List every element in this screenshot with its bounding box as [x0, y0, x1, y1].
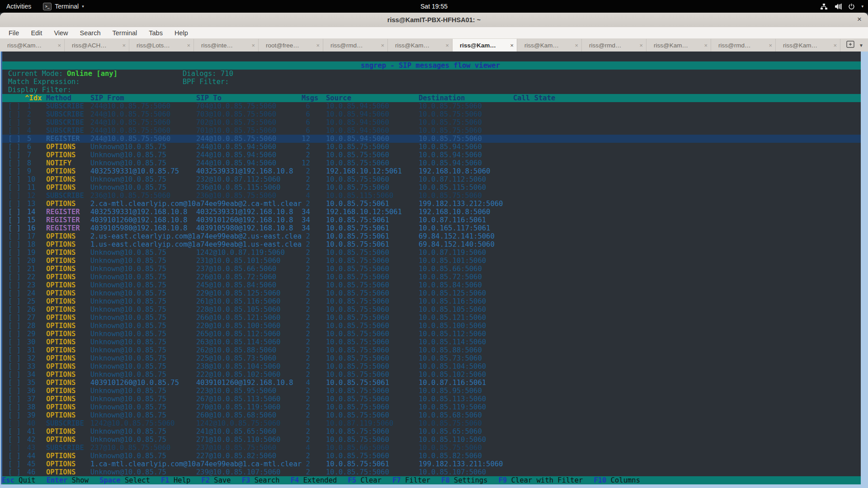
tab-4[interactable]: riss@inte…×: [194, 39, 259, 52]
menu-view[interactable]: View: [48, 29, 74, 37]
call-row[interactable]: [ ]8NOTIFYUnknown@10.0.85.75244@10.0.85.…: [0, 159, 861, 167]
terminal-scrollbar[interactable]: [861, 52, 868, 484]
tab-close-button[interactable]: ×: [445, 42, 449, 49]
call-row[interactable]: [ ]13OPTIONS2.ca-mtl.clearlyip.com@10a74…: [0, 200, 861, 208]
tab-close-button[interactable]: ×: [187, 42, 190, 49]
menu-tabs[interactable]: Tabs: [143, 29, 169, 37]
call-row[interactable]: [ ]37OPTIONSUnknown@10.0.85.75267@10.0.8…: [0, 395, 861, 403]
call-row[interactable]: [ ]28OPTIONSUnknown@10.0.85.75220@10.0.8…: [0, 322, 861, 330]
tab-list-dropdown[interactable]: ▼: [859, 43, 863, 48]
call-row[interactable]: [ ]16REGISTER4039105980@192.168.10.84039…: [0, 224, 861, 232]
call-row[interactable]: [ ]14REGISTER4032539331@192.168.10.84032…: [0, 208, 861, 216]
tab-close-button[interactable]: ×: [704, 42, 708, 49]
clock[interactable]: Sat 19:55: [420, 3, 448, 10]
menu-edit[interactable]: Edit: [25, 29, 48, 37]
menu-help[interactable]: Help: [169, 29, 194, 37]
call-row[interactable]: [ ]12SUBSCRIBE236@10.0.85.75:5060236@10.…: [0, 192, 861, 200]
call-row[interactable]: [ ]24OPTIONSUnknown@10.0.85.75229@10.0.8…: [0, 289, 861, 297]
call-row[interactable]: [ ]30OPTIONSUnknown@10.0.85.75263@10.0.8…: [0, 338, 861, 346]
call-row[interactable]: [ ]18OPTIONS1.us-east.clearlyip.com@1a74…: [0, 240, 861, 249]
call-row[interactable]: [ ]5REGISTER244@10.0.85.75:5060244@10.0.…: [0, 135, 861, 143]
tab-3[interactable]: riss@Lots…×: [129, 39, 194, 52]
call-row[interactable]: [ ]1SUBSCRIBE244@10.0.85.75:5060704@10.0…: [0, 102, 861, 110]
cell-msgs: 2: [293, 322, 310, 330]
call-row[interactable]: [ ]15REGISTER4039101260@192.168.10.84039…: [0, 216, 861, 224]
call-row[interactable]: [ ]20OPTIONSUnknown@10.0.85.75231@10.0.8…: [0, 257, 861, 265]
tab-7[interactable]: riss@Kam…×: [388, 39, 453, 52]
cell-msgs: 6: [293, 102, 310, 110]
tab-13[interactable]: riss@Kam…×: [776, 39, 840, 52]
call-row[interactable]: [ ]41OPTIONSUnknown@10.0.85.75241@10.0.8…: [0, 427, 861, 436]
system-status-area[interactable]: ▾: [820, 3, 863, 10]
keyhint-f8: F8 Settings: [441, 476, 488, 484]
tab-close-button[interactable]: ×: [510, 42, 514, 49]
terminal-viewport[interactable]: sngrep - SIP messages flow viewer Curren…: [0, 52, 868, 484]
call-row[interactable]: [ ]11OPTIONSUnknown@10.0.85.75236@10.0.8…: [0, 183, 861, 192]
tab-5[interactable]: root@free…×: [259, 39, 323, 52]
call-row[interactable]: [ ]3SUBSCRIBE244@10.0.85.75:5060702@10.0…: [0, 118, 861, 127]
call-list-header: ^IdxMethodSIP FromSIP ToMsgsSourceDestin…: [0, 94, 861, 102]
tab-9[interactable]: riss@Kam…×: [517, 39, 582, 52]
call-row[interactable]: [ ]45OPTIONS1.ca-mtl.clearlyip.com@10a74…: [0, 460, 861, 468]
window-title: riss@KamIT-PBX-HFHSA01: ~: [387, 16, 481, 23]
window-titlebar[interactable]: riss@KamIT-PBX-HFHSA01: ~ ×: [0, 13, 868, 28]
cell-destination: 10.0.85.73:5060: [419, 354, 482, 362]
tab-close-button[interactable]: ×: [575, 42, 578, 49]
call-row[interactable]: [ ]36OPTIONSUnknown@10.0.85.75223@10.0.8…: [0, 387, 861, 395]
call-row[interactable]: [ ]22OPTIONSUnknown@10.0.85.75226@10.0.8…: [0, 273, 861, 281]
menu-search[interactable]: Search: [74, 29, 107, 37]
app-menu-button[interactable]: >_ Terminal ▾: [43, 3, 84, 10]
call-row[interactable]: [ ]32OPTIONSUnknown@10.0.85.75225@10.0.8…: [0, 354, 861, 362]
tab-close-button[interactable]: ×: [316, 42, 320, 49]
call-row[interactable]: [ ]6OPTIONSUnknown@10.0.85.75244@10.0.85…: [0, 143, 861, 151]
call-row[interactable]: [ ]7OPTIONSUnknown@10.0.85.75244@10.0.85…: [0, 151, 861, 159]
row-checkbox: [ ]: [8, 330, 21, 338]
call-row[interactable]: [ ]23OPTIONSUnknown@10.0.85.75245@10.0.8…: [0, 281, 861, 289]
tab-close-button[interactable]: ×: [769, 42, 772, 49]
tab-12[interactable]: riss@rmd…×: [711, 39, 776, 52]
call-row[interactable]: [ ]4SUBSCRIBE244@10.0.85.75:5060701@10.0…: [0, 127, 861, 135]
tab-11[interactable]: riss@Kam…×: [646, 39, 711, 52]
call-row[interactable]: [ ]40SUBSCRIBE1242@10.0.85.75:50601242@1…: [0, 419, 861, 427]
call-row[interactable]: [ ]42OPTIONSUnknown@10.0.85.75271@10.0.8…: [0, 436, 861, 444]
cell-sip-from: 244@10.0.85.75:5060: [90, 102, 170, 110]
call-row[interactable]: [ ]44OPTIONSUnknown@10.0.85.75227@10.0.8…: [0, 452, 861, 460]
call-row[interactable]: [ ]2SUBSCRIBE244@10.0.85.75:5060703@10.0…: [0, 110, 861, 118]
tab-close-button[interactable]: ×: [57, 42, 61, 49]
call-row[interactable]: [ ]35OPTIONS4039101260@10.0.85.754039101…: [0, 379, 861, 387]
cell-idx: 20: [27, 257, 36, 265]
tab-2[interactable]: riss@ACH…×: [65, 39, 129, 52]
tab-close-button[interactable]: ×: [122, 42, 126, 49]
call-row[interactable]: [ ]27OPTIONSUnknown@10.0.85.75266@10.0.8…: [0, 314, 861, 322]
tab-10[interactable]: riss@rmd…×: [582, 39, 646, 52]
menu-terminal[interactable]: Terminal: [107, 29, 143, 37]
activities-button[interactable]: Activities: [5, 2, 33, 11]
tab-close-button[interactable]: ×: [381, 42, 384, 49]
call-row[interactable]: [ ]21OPTIONSUnknown@10.0.85.75237@10.0.8…: [0, 265, 861, 273]
call-row[interactable]: [ ]25OPTIONSUnknown@10.0.85.75261@10.0.8…: [0, 297, 861, 305]
tab-6[interactable]: riss@rmd…×: [323, 39, 388, 52]
new-tab-button[interactable]: [846, 41, 854, 50]
call-row[interactable]: [ ]26OPTIONSUnknown@10.0.85.75228@10.0.8…: [0, 305, 861, 314]
call-row[interactable]: [ ]29OPTIONSUnknown@10.0.85.75265@10.0.8…: [0, 330, 861, 338]
call-row[interactable]: [ ]34OPTIONSUnknown@10.0.85.75222@10.0.8…: [0, 371, 861, 379]
call-row[interactable]: [ ]31OPTIONSUnknown@10.0.85.75262@10.0.8…: [0, 346, 861, 354]
tab-1[interactable]: riss@Kam…×: [0, 39, 65, 52]
menu-file[interactable]: File: [3, 29, 25, 37]
call-row[interactable]: [ ]19OPTIONSUnknown@10.0.85.751242@10.0.…: [0, 249, 861, 257]
tab-8[interactable]: riss@Kam…×: [453, 39, 517, 52]
call-row[interactable]: [ ]43SUBSCRIBE237@10.0.85.75:5060237@10.…: [0, 444, 861, 452]
call-row[interactable]: [ ]38OPTIONSUnknown@10.0.85.75270@10.0.8…: [0, 403, 861, 411]
tab-label: riss@inte…: [201, 42, 233, 49]
window-close-button[interactable]: ×: [857, 15, 862, 24]
call-row[interactable]: [ ]46OPTIONSUnknown@10.0.85.75239@10.0.8…: [0, 468, 861, 476]
call-row[interactable]: [ ]39OPTIONSUnknown@10.0.85.75260@10.0.8…: [0, 411, 861, 419]
cell-sip-to: 244@10.0.85.94:5060: [196, 143, 276, 151]
call-row[interactable]: [ ]33OPTIONSUnknown@10.0.85.75238@10.0.8…: [0, 362, 861, 371]
tab-close-button[interactable]: ×: [251, 42, 255, 49]
call-row[interactable]: [ ]9OPTIONS4032539331@10.0.85.7540325393…: [0, 167, 861, 175]
call-row[interactable]: [ ]10OPTIONSUnknown@10.0.85.75232@10.0.8…: [0, 175, 861, 183]
call-row[interactable]: [ ]17OPTIONS2.us-east.clearlyip.com@1a74…: [0, 232, 861, 240]
tab-close-button[interactable]: ×: [639, 42, 643, 49]
tab-close-button[interactable]: ×: [833, 42, 837, 49]
